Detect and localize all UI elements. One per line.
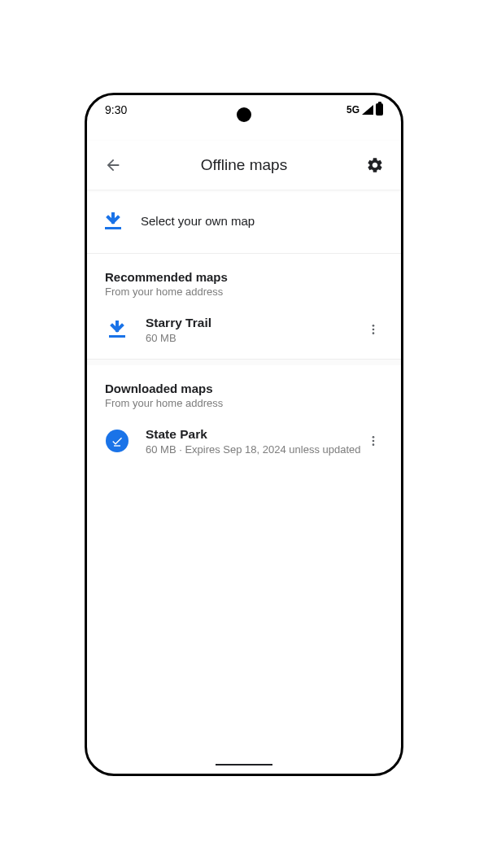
battery-icon [376,103,383,116]
recommended-map-row[interactable]: Starry Trail 60 MB [87,301,401,359]
map-name: Starry Trail [146,316,364,330]
svg-rect-5 [114,445,120,446]
select-own-map-label: Select your own map [141,214,255,228]
status-right: 5G [244,103,383,116]
svg-point-7 [373,440,375,443]
map-info: Starry Trail 60 MB [146,316,364,344]
downloaded-section: Downloaded maps From your home address S… [87,365,401,470]
recommended-header: Recommended maps From your home address [87,254,401,301]
recommended-section: Recommended maps From your home address … [87,254,401,359]
more-button[interactable] [364,323,383,336]
svg-point-4 [373,332,375,334]
content: Select your own map Recommended maps Fro… [87,190,401,470]
signal-icon [362,105,373,115]
page-title: Offline maps [124,156,364,174]
svg-rect-0 [105,227,121,229]
back-button[interactable] [102,156,124,174]
section-separator [87,359,401,365]
map-name: State Park [146,427,364,442]
more-vert-icon [367,434,380,447]
downloaded-subtitle: From your home address [105,397,383,409]
nav-handle[interactable] [216,764,272,765]
gear-icon [366,156,384,174]
settings-button[interactable] [364,156,386,174]
phone-frame: 9:30 5G Offline maps [85,93,403,776]
camera-cutout [237,107,251,122]
app-bar: Offline maps [87,141,401,190]
svg-point-2 [373,325,375,327]
svg-rect-1 [109,335,125,338]
network-label: 5G [346,104,359,116]
downloaded-header: Downloaded maps From your home address [87,365,401,412]
downloaded-map-row[interactable]: State Park 60 MB · Expires Sep 18, 2024 … [87,412,401,470]
arrow-left-icon [104,156,122,174]
select-own-map-row[interactable]: Select your own map [87,190,401,254]
more-vert-icon [367,323,380,336]
downloaded-title: Downloaded maps [105,382,383,395]
status-time: 9:30 [105,103,244,116]
svg-point-3 [373,329,375,331]
download-icon [105,321,129,338]
recommended-title: Recommended maps [105,270,383,284]
recommended-subtitle: From your home address [105,286,383,298]
downloaded-check-icon [105,430,129,452]
svg-point-6 [373,436,375,438]
download-icon [105,212,121,230]
map-meta: 60 MB · Expires Sep 18, 2024 unless upda… [146,443,364,456]
map-meta: 60 MB [146,332,364,344]
more-button[interactable] [364,434,383,447]
map-info: State Park 60 MB · Expires Sep 18, 2024 … [146,427,364,456]
svg-point-8 [373,443,375,446]
